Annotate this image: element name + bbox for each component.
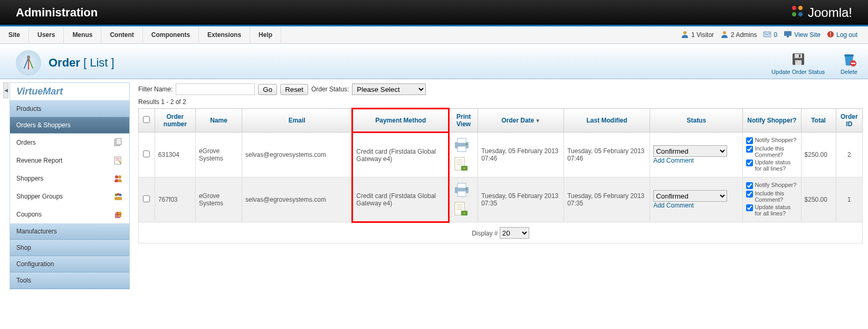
svg-rect-23 (116, 138, 121, 145)
status-select[interactable]: Confirmed (653, 190, 727, 202)
svg-point-46 (466, 189, 468, 190)
row-checkbox[interactable] (143, 195, 150, 202)
coupons-icon (113, 210, 123, 219)
invoice-icon[interactable] (453, 156, 469, 171)
sidebar-collapse-toggle[interactable]: ◀ (3, 82, 8, 98)
update-status-lines-checkbox[interactable]: Update status for all lines? (746, 204, 797, 217)
payment-method-cell: Credit card (Firstdata Global Gateway e4… (352, 133, 449, 177)
sidebar-item-orders[interactable]: Orders (10, 134, 129, 152)
col-order-number[interactable]: Order number (155, 109, 195, 133)
title-bar: Order [ List ] Update Order Status Delet… (0, 44, 868, 79)
status-cell: ConfirmedAdd Comment (650, 177, 743, 222)
logout-text: Log out (836, 31, 857, 39)
svg-point-25 (115, 175, 118, 178)
print-view-cell (449, 133, 478, 177)
sidebar-item-coupons[interactable]: Coupons (10, 205, 129, 223)
include-comment-checkbox[interactable]: Include this Comment? (746, 190, 797, 203)
col-total[interactable]: Total (801, 109, 836, 133)
table-row: 767f03eGrove Systemsselvas@egrovesystems… (139, 177, 863, 222)
col-last-modified[interactable]: Last Modified (564, 109, 650, 133)
sidebar-item-label: Orders (16, 139, 36, 146)
menu-content[interactable]: Content (101, 27, 142, 43)
sidebar-item-shoppers[interactable]: Shoppers (10, 170, 129, 187)
menu-components[interactable]: Components (143, 27, 199, 43)
menu-menus[interactable]: Menus (64, 27, 101, 43)
sidebar-section-orders-shoppers[interactable]: Orders & Shoppers (10, 117, 129, 134)
order-status-select[interactable]: Please Select (352, 83, 426, 95)
notify-shopper-checkbox[interactable]: Notify Shopper? (746, 137, 797, 144)
order-number-link[interactable]: 631304 (155, 133, 195, 177)
svg-point-4 (683, 31, 686, 34)
svg-rect-19 (844, 54, 854, 57)
go-button[interactable]: Go (258, 84, 277, 95)
filter-name-input[interactable] (176, 83, 255, 95)
update-status-label: Update Order Status (771, 69, 825, 75)
svg-point-1 (798, 6, 803, 10)
svg-rect-30 (115, 197, 122, 200)
customer-name-link[interactable]: eGrove Systems (195, 133, 242, 177)
admin-count: 2 Admins (720, 30, 757, 40)
table-row: 631304eGrove Systemsselvas@egrovesystems… (139, 133, 863, 177)
col-order-date-text: Order Date (501, 117, 534, 124)
sidebar-section-tools[interactable]: Tools (10, 272, 129, 289)
add-comment-link[interactable]: Add Comment (653, 202, 694, 209)
sidebar-logo-text: VirtueMart (16, 86, 63, 97)
sidebar-item-shopper-groups[interactable]: Shopper Groups (10, 187, 129, 205)
invoice-icon[interactable] (453, 201, 469, 216)
sidebar-section-products[interactable]: Products (10, 101, 129, 117)
view-site-link[interactable]: View Site (784, 31, 821, 40)
update-status-button[interactable]: Update Order Status (771, 51, 825, 75)
col-order-date[interactable]: Order Date▼ (478, 109, 564, 133)
messages-count[interactable]: 0 (763, 31, 777, 39)
order-id-link[interactable]: 1 (836, 177, 862, 222)
shoppers-icon (113, 174, 123, 183)
add-comment-link[interactable]: Add Comment (653, 157, 694, 164)
notify-shopper-checkbox[interactable]: Notify Shopper? (746, 182, 797, 189)
row-checkbox[interactable] (143, 151, 150, 157)
status-cell: ConfirmedAdd Comment (650, 133, 743, 177)
menu-extensions[interactable]: Extensions (199, 27, 250, 43)
print-icon[interactable] (453, 137, 471, 155)
order-date-cell: Tuesday, 05 February 2013 07:46 (478, 133, 564, 177)
visitor-count: 1 Visitor (681, 30, 714, 40)
col-order-id[interactable]: Order ID (836, 109, 862, 133)
status-select[interactable]: Confirmed (653, 145, 727, 157)
sidebar-item-label: Revenue Report (16, 157, 62, 164)
view-site-text: View Site (794, 31, 821, 39)
svg-point-14 (27, 55, 30, 59)
svg-point-52 (463, 212, 465, 214)
order-number-link[interactable]: 767f03 (155, 177, 195, 222)
email-cell: selvas@egrovesystems.com (242, 177, 352, 222)
update-status-lines-checkbox[interactable]: Update status for all lines? (746, 159, 797, 172)
col-print-view: Print View (449, 109, 478, 133)
menu-site[interactable]: Site (0, 27, 29, 43)
sidebar-section-shop[interactable]: Shop (10, 240, 129, 256)
menu-help[interactable]: Help (250, 27, 281, 43)
logout-link[interactable]: ! Log out (827, 31, 857, 40)
customer-name-link[interactable]: eGrove Systems (195, 177, 242, 222)
content: Filter Name: Go Reset Order Status: Plea… (133, 79, 868, 293)
sidebar-section-configuration[interactable]: Configuration (10, 256, 129, 272)
svg-rect-18 (799, 54, 800, 58)
col-status[interactable]: Status (650, 109, 743, 133)
col-email[interactable]: Email (242, 109, 352, 133)
sidebar-item-revenue-report[interactable]: Revenue Report (10, 152, 129, 170)
delete-button[interactable]: Delete (841, 51, 857, 75)
table-header-row: Order number Name Email Payment Method P… (139, 109, 863, 133)
display-label: Display # (472, 230, 498, 237)
col-payment-method[interactable]: Payment Method (352, 109, 449, 133)
trash-icon (841, 51, 857, 68)
display-select[interactable]: 20 (500, 227, 529, 239)
order-id-link[interactable]: 2 (836, 133, 862, 177)
top-menu-right: 1 Visitor 2 Admins 0 View Site ! Log out (681, 30, 868, 40)
visitor-count-text: 1 Visitor (691, 31, 714, 39)
reset-button[interactable]: Reset (280, 84, 308, 95)
svg-rect-7 (784, 31, 791, 36)
select-all-checkbox[interactable] (143, 116, 150, 123)
print-icon[interactable] (453, 182, 471, 200)
col-name[interactable]: Name (195, 109, 242, 133)
sidebar: ◀ VirtueMart Products Orders & Shoppers … (0, 79, 133, 293)
sidebar-section-manufacturers[interactable]: Manufacturers (10, 223, 129, 240)
include-comment-checkbox[interactable]: Include this Comment? (746, 145, 797, 158)
menu-users[interactable]: Users (29, 27, 64, 43)
